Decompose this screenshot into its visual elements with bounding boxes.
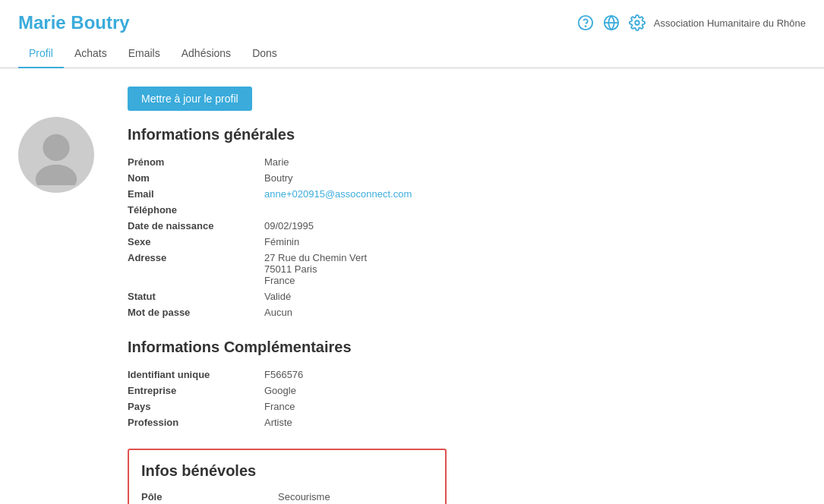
- field-label: Adresse: [128, 250, 264, 288]
- org-name: Association Humanitaire du Rhône: [654, 17, 806, 29]
- avatar: [18, 117, 94, 193]
- volunteer-table: Pôle Secourisme Disponibilité Lundi: [141, 489, 433, 504]
- field-label: Date de naissance: [128, 218, 264, 234]
- table-row: Entreprise Google: [128, 383, 806, 398]
- header: Marie Boutry Association Humanitaire du …: [0, 0, 824, 39]
- svg-point-4: [635, 20, 639, 25]
- field-value: Aucun: [264, 304, 806, 320]
- globe-icon[interactable]: [602, 14, 620, 32]
- nav-item-dons[interactable]: Dons: [242, 39, 288, 68]
- nav-item-emails[interactable]: Emails: [118, 39, 171, 68]
- profile-column: Mettre à jour le profil Informations gén…: [128, 87, 806, 504]
- field-label: Email: [128, 186, 264, 202]
- field-label: Statut: [128, 288, 264, 304]
- volunteer-title: Infos bénévoles: [141, 462, 433, 480]
- svg-point-6: [36, 165, 77, 185]
- field-value: Marie: [264, 154, 806, 170]
- field-label: Nom: [128, 170, 264, 186]
- table-row: Pays France: [128, 398, 806, 414]
- general-info-title: Informations générales: [128, 126, 806, 143]
- table-row: Mot de passe Aucun: [128, 304, 806, 320]
- nav-item-achats[interactable]: Achats: [64, 39, 118, 68]
- field-value: Féminin: [264, 234, 806, 250]
- field-value-email: anne+020915@assoconnect.com: [264, 186, 806, 202]
- field-label: Identifiant unique: [128, 367, 264, 383]
- table-row: Prénom Marie: [128, 154, 806, 170]
- svg-point-5: [43, 134, 69, 161]
- field-label: Prénom: [128, 154, 264, 170]
- update-profile-button[interactable]: Mettre à jour le profil: [128, 87, 252, 111]
- table-row: Pôle Secourisme: [141, 489, 433, 504]
- field-value: Boutry: [264, 170, 806, 186]
- table-row: Date de naissance 09/02/1995: [128, 218, 806, 234]
- field-value: Artiste: [264, 414, 806, 430]
- email-link[interactable]: anne+020915@assoconnect.com: [264, 188, 412, 200]
- nav-item-adhesions[interactable]: Adhésions: [171, 39, 242, 68]
- field-value: 09/02/1995: [264, 218, 806, 234]
- volunteer-box: Infos bénévoles Pôle Secourisme Disponib…: [128, 449, 447, 504]
- table-row: Téléphone: [128, 202, 806, 218]
- field-label: Profession: [128, 414, 264, 430]
- field-value: F566576: [264, 367, 806, 383]
- field-label: Pôle: [141, 489, 278, 504]
- field-value: Validé: [264, 288, 806, 304]
- field-value: France: [264, 398, 806, 414]
- general-info-table: Prénom Marie Nom Boutry Email anne+02091…: [128, 154, 806, 320]
- nav-item-profil[interactable]: Profil: [18, 39, 64, 68]
- avatar-column: [18, 87, 109, 504]
- main-content: Mettre à jour le profil Informations gén…: [0, 68, 824, 504]
- table-row: Sexe Féminin: [128, 234, 806, 250]
- field-value: Secourisme: [278, 489, 433, 504]
- page-title: Marie Boutry: [18, 12, 130, 33]
- field-label: Entreprise: [128, 383, 264, 398]
- field-label: Sexe: [128, 234, 264, 250]
- table-row: Email anne+020915@assoconnect.com: [128, 186, 806, 202]
- settings-icon[interactable]: [628, 14, 646, 32]
- table-row: Identifiant unique F566576: [128, 367, 806, 383]
- field-label: Pays: [128, 398, 264, 414]
- table-row: Adresse 27 Rue du Chemin Vert75011 Paris…: [128, 250, 806, 288]
- field-label: Téléphone: [128, 202, 264, 218]
- field-label: Mot de passe: [128, 304, 264, 320]
- field-value: Google: [264, 383, 806, 398]
- table-row: Nom Boutry: [128, 170, 806, 186]
- table-row: Statut Validé: [128, 288, 806, 304]
- field-value: [264, 202, 806, 218]
- complementary-info-table: Identifiant unique F566576 Entreprise Go…: [128, 367, 806, 430]
- navigation: Profil Achats Emails Adhésions Dons: [0, 39, 824, 68]
- header-right: Association Humanitaire du Rhône: [576, 14, 806, 32]
- field-value: 27 Rue du Chemin Vert75011 ParisFrance: [264, 250, 806, 288]
- complementary-info-title: Informations Complémentaires: [128, 339, 806, 356]
- table-row: Profession Artiste: [128, 414, 806, 430]
- help-icon[interactable]: [576, 14, 595, 32]
